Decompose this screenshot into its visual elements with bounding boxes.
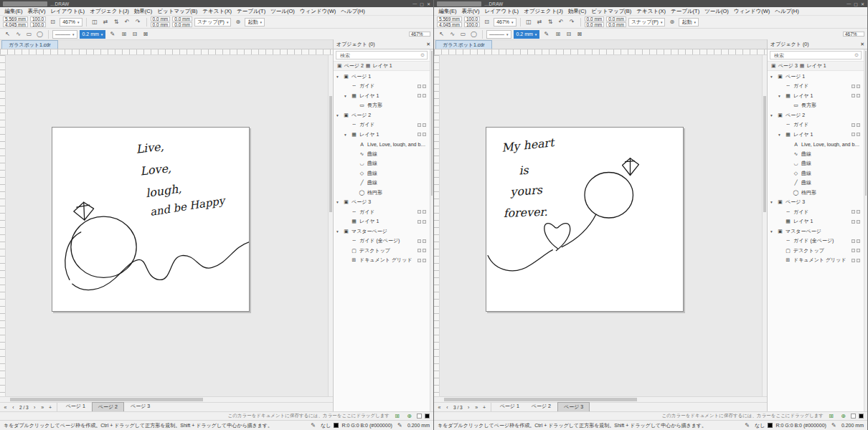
expand-icon[interactable]: ▾ (778, 133, 783, 137)
pos-x-field[interactable]: 5.569 mm (3, 16, 28, 22)
ellipse-tool-icon[interactable]: ◯ (35, 31, 44, 37)
rectangle-tool-icon[interactable]: ▭ (458, 31, 468, 37)
tree-row[interactable]: A Live, Love, lough, and be Happ (334, 140, 429, 150)
tree-row[interactable]: ⊞ ドキュメント グリッド (334, 256, 429, 266)
tree-row[interactable]: ∿ 曲線 (768, 149, 863, 159)
active-page-layer-row[interactable]: ▣ ページ 2 ▦ レイヤ 1 (334, 61, 433, 71)
scrollbar-thumb[interactable] (329, 96, 332, 212)
horizontal-scrollbar[interactable] (0, 396, 333, 402)
fullscreen-view-icon[interactable]: ⊠ (141, 31, 150, 37)
lock-icon[interactable] (423, 210, 426, 214)
redo-icon[interactable]: ↷ (133, 19, 143, 25)
ellipse-tool-icon[interactable]: ◯ (469, 31, 478, 37)
tree-row[interactable]: ╱ 曲線 (334, 178, 429, 188)
printer-icon[interactable] (852, 210, 855, 214)
tree-row[interactable]: ╱ 曲線 (768, 178, 863, 188)
scrollbar-thumb[interactable] (431, 51, 433, 196)
vertical-ruler[interactable] (0, 55, 6, 396)
title-bar[interactable]: …DRAW — ▢ ✕ (0, 0, 433, 7)
fullscreen-view-icon[interactable]: ⊠ (575, 31, 584, 37)
pos-y-field[interactable]: 4.045 mm (3, 22, 28, 27)
menu-item[interactable]: 編集(E) (436, 8, 459, 15)
gear-icon[interactable]: ⊛ (667, 19, 676, 25)
pos-x-field[interactable]: 5.569 mm (437, 16, 462, 22)
expand-icon[interactable]: ▾ (770, 200, 775, 204)
pick-tool-icon[interactable]: ↖ (3, 31, 12, 37)
horizontal-ruler[interactable] (434, 49, 767, 55)
tree-row[interactable]: ⊞ ドキュメント グリッド (768, 256, 863, 266)
duplicate-y-field[interactable]: 0.0 mm (606, 22, 626, 27)
tree-row[interactable]: ▾ ▦ レイヤ 1 (334, 130, 429, 140)
expand-icon[interactable]: ▾ (336, 75, 341, 79)
outline-width-combo[interactable]: 0.2 mm (514, 30, 540, 39)
search-input[interactable] (773, 52, 854, 59)
nudge-x-field[interactable]: 0.0 mm (151, 16, 171, 22)
page-tab[interactable]: ページ 3 (557, 402, 590, 412)
lock-icon[interactable] (423, 259, 426, 262)
lock-icon[interactable] (423, 133, 426, 136)
tree-row[interactable]: ┄ ガイド (全ページ) (334, 236, 429, 247)
tree-row[interactable]: ┄ ガイド (768, 82, 863, 92)
tree-row[interactable]: ∿ 曲線 (334, 149, 429, 159)
tree-row[interactable]: ▾ ▦ レイヤ 1 (768, 91, 863, 101)
expand-icon[interactable]: ▾ (344, 133, 349, 137)
minimize-icon[interactable]: — (412, 1, 417, 6)
tree-row[interactable]: ┄ ガイド (768, 120, 863, 130)
enhanced-view-icon[interactable]: ⊟ (130, 31, 139, 37)
tree-row[interactable]: ┄ ガイド (334, 120, 429, 130)
close-icon[interactable]: ✕ (861, 1, 864, 6)
tree-row[interactable]: ◡ 曲線 (768, 159, 863, 169)
tree-row[interactable]: ▾ ▣ ページ 3 (768, 198, 863, 208)
menu-item[interactable]: ウィンドウ(W) (731, 8, 772, 15)
vertical-scrollbar[interactable] (762, 55, 767, 396)
enhanced-view-icon[interactable]: ⊟ (564, 31, 573, 37)
menu-item[interactable]: レイアウト(L) (48, 8, 88, 15)
tree-row[interactable]: ┄ ガイド (334, 82, 429, 92)
outline-color-well[interactable] (859, 414, 864, 419)
lock-icon[interactable] (857, 133, 860, 136)
menu-item[interactable]: 表示(V) (459, 8, 482, 15)
tree-row[interactable]: ▭ 長方形 (334, 101, 429, 111)
close-icon[interactable]: ✕ (427, 1, 430, 6)
tree-row[interactable]: ◯ 楕円形 (334, 188, 429, 198)
outline-color-well[interactable] (425, 414, 430, 419)
scrollbar-thumb[interactable] (444, 398, 637, 401)
tree-row[interactable]: ◯ 楕円形 (768, 188, 863, 198)
page[interactable]: Live, Love, lough, and be Happy (52, 127, 250, 312)
menu-item[interactable]: ビットマップ(B) (589, 8, 634, 15)
printer-icon[interactable] (418, 123, 421, 127)
zoom-right-field[interactable]: 467% (409, 32, 430, 37)
menu-item[interactable]: 効果(C) (565, 8, 588, 15)
nudge-y-field[interactable]: 0.0 mm (151, 22, 171, 27)
tree-row[interactable]: ▾ ▦ レイヤ 1 (334, 91, 429, 101)
scale-x-field[interactable]: 100.0 (464, 16, 480, 22)
zoom-combo[interactable]: 467% (60, 18, 82, 27)
menu-item[interactable]: ツール(O) (268, 8, 298, 15)
lock-icon[interactable] (423, 85, 426, 88)
printer-icon[interactable] (852, 133, 855, 136)
pen-icon[interactable]: ✎ (542, 31, 551, 37)
search-input[interactable] (339, 52, 420, 59)
lock-icon[interactable] (857, 249, 860, 252)
expand-icon[interactable]: ▾ (336, 113, 341, 118)
expand-icon[interactable]: ▾ (344, 94, 349, 98)
page-tab[interactable]: ページ 3 (125, 402, 156, 412)
menu-item[interactable]: オブジェクト(J) (522, 8, 566, 15)
printer-icon[interactable] (418, 133, 421, 136)
scrollbar-thumb[interactable] (10, 398, 203, 401)
docker-scrollbar[interactable] (430, 49, 433, 411)
tree-row[interactable]: ▦ レイヤ 1 (334, 217, 429, 227)
menu-item[interactable]: テーブル(T) (235, 8, 268, 15)
lock-icon[interactable] (857, 239, 860, 243)
tree-row[interactable]: ▢ デスクトップ (768, 246, 863, 256)
pen-icon[interactable]: ✎ (108, 31, 117, 37)
printer-icon[interactable] (852, 85, 855, 88)
vertical-scrollbar[interactable] (328, 55, 333, 396)
menu-item[interactable]: ヘルプ(H) (339, 8, 367, 15)
last-page-button[interactable]: » (473, 405, 480, 410)
expand-icon[interactable]: ▾ (336, 200, 341, 204)
outline-width-combo[interactable]: 0.2 mm (80, 30, 106, 39)
search-box[interactable]: ⊙ (770, 51, 862, 59)
mirror-horizontal-icon[interactable]: ⇄ (535, 19, 544, 25)
docker-close-icon[interactable]: ✕ (860, 42, 864, 47)
